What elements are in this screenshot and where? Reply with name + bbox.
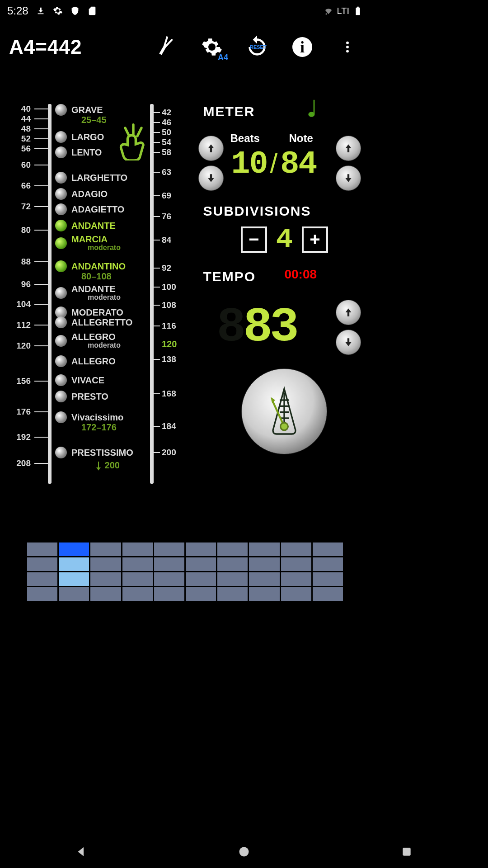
beat-cell[interactable] xyxy=(59,572,89,586)
beat-cell[interactable] xyxy=(281,542,311,556)
tempo-marking[interactable]: GRAVE xyxy=(55,104,103,116)
subdiv-plus-button[interactable]: + xyxy=(302,226,328,253)
sd-card-icon xyxy=(87,6,97,16)
beat-cell[interactable] xyxy=(217,587,248,601)
beat-cell[interactable] xyxy=(122,587,153,601)
note-up-button[interactable] xyxy=(336,136,361,161)
tempo-marking[interactable]: ALLEGROmoderato xyxy=(55,332,121,349)
app-bar: A4=442 A4 RESET i xyxy=(0,22,370,72)
tempo-marking[interactable]: ANDANTEmoderato xyxy=(55,284,121,302)
tempo-marking[interactable]: Vivacissimo xyxy=(55,411,123,423)
subdivisions-title: SUBDIVISIONS xyxy=(203,203,366,219)
tempo-marking[interactable]: PRESTISSIMO xyxy=(55,447,133,458)
beat-cell[interactable] xyxy=(122,572,153,586)
tempo-marking[interactable]: ANDANTINO xyxy=(55,260,126,272)
beat-cell[interactable] xyxy=(90,557,121,571)
status-bar: 5:28 x LTI xyxy=(0,0,370,22)
tempo-marking[interactable]: PRESTO xyxy=(55,391,108,402)
tempo-value: 83 xyxy=(243,300,296,355)
beat-cell[interactable] xyxy=(249,557,279,571)
tempo-marking[interactable]: LARGHETTO xyxy=(55,172,127,184)
beat-cell[interactable] xyxy=(122,557,153,571)
left-tick: 56 xyxy=(9,144,31,154)
tempo-marking[interactable]: LENTO xyxy=(55,146,102,158)
meter-section: METER Beats Note 10 / 84 xyxy=(203,108,366,181)
beat-row xyxy=(27,557,343,571)
beat-cell[interactable] xyxy=(27,557,57,571)
beats-value: 10 xyxy=(231,146,267,182)
beat-cell[interactable] xyxy=(217,572,248,586)
subdiv-minus-button[interactable]: − xyxy=(241,226,267,253)
tempo-up-button[interactable] xyxy=(336,300,361,325)
tempo-down-button[interactable] xyxy=(336,330,361,355)
tempo-marking[interactable]: LARGO xyxy=(55,131,104,143)
beat-cell[interactable] xyxy=(59,587,89,601)
tempo-marking[interactable]: ALLEGRETTO xyxy=(55,316,132,328)
beat-cell[interactable] xyxy=(313,557,343,571)
tempo-marking[interactable]: VIVACE xyxy=(55,374,104,386)
tempo-dot-icon xyxy=(55,355,67,367)
scale-bar-left xyxy=(48,104,52,484)
beat-cell[interactable] xyxy=(186,587,216,601)
beat-cell[interactable] xyxy=(313,587,343,601)
svg-point-4 xyxy=(346,46,349,48)
tempo-dot-icon xyxy=(55,237,67,249)
note-value: 84 xyxy=(280,146,316,182)
right-tick: 50 xyxy=(162,127,171,137)
beat-cell[interactable] xyxy=(154,587,184,601)
beat-cell[interactable] xyxy=(249,587,279,601)
tempo-marking[interactable]: ANDANTE xyxy=(55,220,116,231)
beat-cell[interactable] xyxy=(154,557,184,571)
beat-cell[interactable] xyxy=(186,557,216,571)
beat-cell[interactable] xyxy=(154,542,184,556)
beats-down-button[interactable] xyxy=(198,165,224,191)
left-tick: 112 xyxy=(9,320,31,330)
left-tick: 44 xyxy=(9,114,31,124)
tempo-marking[interactable]: ADAGIETTO xyxy=(55,203,124,215)
tuning-fork-button[interactable] xyxy=(153,33,180,61)
beat-cell[interactable] xyxy=(186,572,216,586)
beat-cell[interactable] xyxy=(90,572,121,586)
metronome-play-button[interactable] xyxy=(241,368,327,454)
beat-cell[interactable] xyxy=(313,572,343,586)
beat-row xyxy=(27,542,343,556)
info-button[interactable]: i xyxy=(289,33,316,61)
beat-cell[interactable] xyxy=(217,542,248,556)
beat-cell[interactable] xyxy=(154,572,184,586)
beat-cell[interactable] xyxy=(122,542,153,556)
beat-cell[interactable] xyxy=(281,557,311,571)
beat-cell[interactable] xyxy=(313,542,343,556)
beat-cell[interactable] xyxy=(249,542,279,556)
beat-cell[interactable] xyxy=(186,542,216,556)
reset-button[interactable]: RESET xyxy=(244,33,271,61)
note-down-button[interactable] xyxy=(336,165,361,191)
left-tick: 192 xyxy=(9,432,31,442)
beat-cell[interactable] xyxy=(90,587,121,601)
beat-cell[interactable] xyxy=(27,572,57,586)
settings-a4-button[interactable]: A4 xyxy=(198,33,225,61)
beat-cell[interactable] xyxy=(90,542,121,556)
overflow-menu-button[interactable] xyxy=(334,33,361,61)
beats-up-button[interactable] xyxy=(198,136,224,161)
beat-cell[interactable] xyxy=(249,572,279,586)
tempo-marking[interactable]: ALLEGRO xyxy=(55,355,116,367)
tempo-marking[interactable]: ADAGIO xyxy=(55,188,108,200)
beat-cell[interactable] xyxy=(27,542,57,556)
status-time: 5:28 xyxy=(7,5,28,17)
tempo-dot-icon xyxy=(55,131,67,143)
beat-cell[interactable] xyxy=(59,557,89,571)
tempo-scale[interactable]: 120 404448525660667280889610411212015617… xyxy=(0,72,189,524)
beat-cell[interactable] xyxy=(217,557,248,571)
tempo-range-label: 80–108 xyxy=(81,271,112,282)
subdiv-value: 4 xyxy=(276,223,293,255)
beat-cell[interactable] xyxy=(59,542,89,556)
tempo-marking[interactable]: MARCIAmoderato xyxy=(55,234,121,252)
right-tick: 92 xyxy=(162,263,171,273)
status-network: LTI xyxy=(337,6,349,16)
beat-cell[interactable] xyxy=(281,587,311,601)
beat-cell[interactable] xyxy=(27,587,57,601)
beat-cell[interactable] xyxy=(281,572,311,586)
tempo-range-arrow: 200 xyxy=(95,460,120,472)
left-tick: 208 xyxy=(9,458,31,468)
battery-icon xyxy=(353,6,363,16)
